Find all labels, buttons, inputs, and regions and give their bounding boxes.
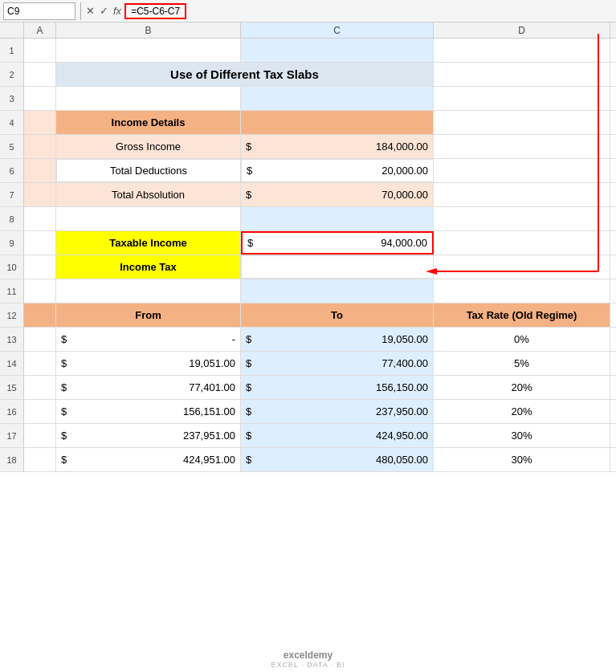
cell-d4[interactable]	[434, 111, 610, 134]
cell-d17[interactable]: 30%	[434, 424, 610, 447]
cell-a17[interactable]	[24, 424, 56, 447]
cell-a15[interactable]	[24, 376, 56, 399]
cell-c14[interactable]: $ 77,400.00	[241, 352, 434, 375]
cell-d5[interactable]	[434, 135, 610, 158]
cell-a1[interactable]	[24, 39, 56, 62]
cell-c15[interactable]: $ 156,150.00	[241, 376, 434, 399]
cell-c3[interactable]	[241, 87, 434, 110]
slab3-to-val: 156,150.00	[376, 381, 428, 393]
cell-d2[interactable]	[434, 63, 610, 86]
cell-c4[interactable]	[241, 111, 434, 134]
total-deductions-label: Total Deductions	[110, 165, 187, 177]
cell-a2[interactable]	[24, 63, 56, 86]
row-num-9: 9	[0, 231, 24, 255]
cell-b4-income-header[interactable]: Income Details	[56, 111, 241, 134]
row-16-slab-4: 16 $ 156,151.00 $ 237,950.00 20%	[0, 400, 616, 424]
absolution-dollar: $	[246, 189, 251, 201]
cell-a18[interactable]	[24, 448, 56, 471]
taxable-income-label: Taxable Income	[109, 237, 187, 249]
row-num-12: 12	[0, 303, 24, 327]
cell-d13[interactable]: 0%	[434, 328, 610, 351]
cell-a7[interactable]	[24, 183, 56, 206]
cell-c12-to-header[interactable]: To	[241, 303, 434, 327]
cell-d7[interactable]	[434, 183, 610, 206]
cell-d10[interactable]	[434, 255, 610, 279]
row-5-gross-income: 5 Gross Income $ 184,000.00	[0, 135, 616, 159]
cell-c5-gross-value[interactable]: $ 184,000.00	[241, 135, 434, 158]
title-cell[interactable]: Use of Different Tax Slabs	[56, 63, 434, 86]
cell-a8[interactable]	[24, 207, 56, 230]
row-15-slab-3: 15 $ 77,401.00 $ 156,150.00 20%	[0, 376, 616, 400]
row-num-11: 11	[0, 279, 24, 303]
row-num-6: 6	[0, 159, 24, 182]
cell-d12-rate-header[interactable]: Tax Rate (Old Regime)	[434, 303, 610, 327]
cell-reference-box[interactable]: C9	[3, 2, 75, 20]
cell-d11[interactable]	[434, 279, 610, 303]
cell-a13[interactable]	[24, 328, 56, 351]
col-header-c[interactable]: C	[241, 22, 434, 38]
cell-b11[interactable]	[56, 279, 241, 303]
row-num-15: 15	[0, 376, 24, 399]
cell-d8[interactable]	[434, 207, 610, 230]
cell-b10-income-tax-label[interactable]: Income Tax	[56, 255, 241, 279]
slab1-to-val: 19,050.00	[381, 333, 428, 345]
cell-b7-absolution-label[interactable]: Total Absolution	[56, 183, 241, 206]
cell-c9-taxable-value[interactable]: $ 94,000.00	[241, 231, 434, 255]
taxable-dollar: $	[247, 237, 253, 249]
row-18-slab-6: 18 $ 424,951.00 $ 480,050.00 30%	[0, 448, 616, 472]
cell-a5[interactable]	[24, 135, 56, 158]
cell-b18[interactable]: $ 424,951.00	[56, 448, 241, 471]
cell-a12[interactable]	[24, 303, 56, 327]
cell-a14[interactable]	[24, 352, 56, 375]
row-num-2: 2	[0, 63, 24, 86]
cell-c6-deductions-value[interactable]: $ 20,000.00	[241, 159, 434, 182]
confirm-icon[interactable]: ✓	[100, 5, 108, 17]
cell-b5-gross-label[interactable]: Gross Income	[56, 135, 241, 158]
cell-b13[interactable]: $ -	[56, 328, 241, 351]
cell-c11[interactable]	[241, 279, 434, 303]
cell-c17[interactable]: $ 424,950.00	[241, 424, 434, 447]
gross-dollar: $	[246, 141, 251, 153]
cell-c10-income-tax-value[interactable]	[241, 255, 434, 279]
cell-a9[interactable]	[24, 231, 56, 255]
cell-b15[interactable]: $ 77,401.00	[56, 376, 241, 399]
cell-a4[interactable]	[24, 111, 56, 134]
cell-d6[interactable]	[434, 159, 610, 182]
cell-d15[interactable]: 20%	[434, 376, 610, 399]
cell-b12-from-header[interactable]: From	[56, 303, 241, 327]
cell-b3[interactable]	[56, 87, 241, 110]
cell-b16[interactable]: $ 156,151.00	[56, 400, 241, 423]
cell-c1[interactable]	[241, 39, 434, 62]
cell-d9[interactable]	[434, 231, 610, 255]
formula-display[interactable]: =C5-C6-C7	[124, 3, 186, 19]
row-num-10: 10	[0, 255, 24, 279]
cell-d14[interactable]: 5%	[434, 352, 610, 375]
cell-c7-absolution-value[interactable]: $ 70,000.00	[241, 183, 434, 206]
cell-d3[interactable]	[434, 87, 610, 110]
cell-a6[interactable]	[24, 159, 56, 182]
cell-b17[interactable]: $ 237,951.00	[56, 424, 241, 447]
cell-c8[interactable]	[241, 207, 434, 230]
cell-b14[interactable]: $ 19,051.00	[56, 352, 241, 375]
cell-b9-taxable-label[interactable]: Taxable Income	[56, 231, 241, 255]
cell-c18[interactable]: $ 480,050.00	[241, 448, 434, 471]
function-icon[interactable]: fx	[113, 5, 121, 17]
cell-a10[interactable]	[24, 255, 56, 279]
cell-c13[interactable]: $ 19,050.00	[241, 328, 434, 351]
slab1-rate: 0%	[514, 333, 529, 345]
cell-b8[interactable]	[56, 207, 241, 230]
cell-b6-deductions-label[interactable]: Total Deductions	[56, 159, 241, 182]
row-7-total-absolution: 7 Total Absolution $ 70,000.00	[0, 183, 616, 207]
cell-a3[interactable]	[24, 87, 56, 110]
slab6-from-dollar: $	[61, 454, 67, 466]
slab4-to-val: 237,950.00	[376, 405, 428, 417]
cell-d16[interactable]: 20%	[434, 400, 610, 423]
cancel-icon[interactable]: ✕	[86, 5, 95, 17]
cell-b1[interactable]	[56, 39, 241, 62]
cell-d1[interactable]	[434, 39, 610, 62]
row-6-total-deductions: 6 Total Deductions $ 20,000.00	[0, 159, 616, 183]
cell-a16[interactable]	[24, 400, 56, 423]
cell-a11[interactable]	[24, 279, 56, 303]
cell-d18[interactable]: 30%	[434, 448, 610, 471]
cell-c16[interactable]: $ 237,950.00	[241, 400, 434, 423]
